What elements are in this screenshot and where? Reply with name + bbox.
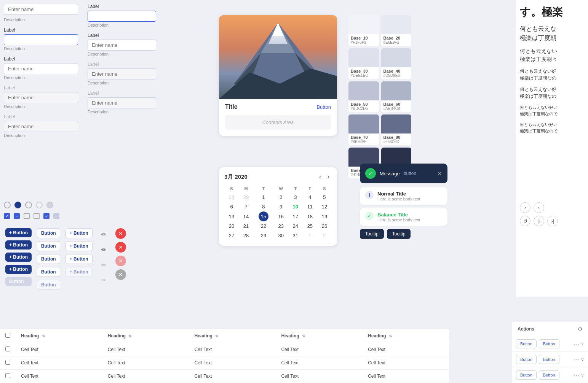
cal-day[interactable]: 8 — [253, 202, 274, 211]
chevron-icon-1[interactable]: ∨ — [581, 341, 584, 346]
table-col-heading-4[interactable]: Heading ⇅ — [276, 329, 363, 343]
dots-icon-2[interactable]: ⋯ — [573, 356, 579, 363]
table-col-heading-5[interactable]: Heading ⇅ — [363, 329, 449, 343]
cal-day[interactable]: 26 — [317, 221, 332, 231]
action-btn-3b[interactable]: Button — [539, 370, 559, 380]
cal-day[interactable]: 30 — [274, 231, 288, 240]
cal-day[interactable]: 1 — [253, 192, 274, 202]
dots-icon-1[interactable]: ⋯ — [573, 340, 579, 348]
cal-day[interactable]: 31 — [288, 231, 303, 240]
cal-day[interactable]: 16 — [274, 211, 288, 221]
action-btn-2a[interactable]: Button — [516, 355, 537, 364]
checkbox-checked-2[interactable]: ✓ — [43, 213, 50, 219]
nav-refresh-btn[interactable]: ↺ — [520, 216, 530, 226]
cal-day[interactable]: 29 — [239, 192, 253, 202]
action-btn-2b[interactable]: Button — [539, 355, 559, 364]
cal-day[interactable]: 21 — [239, 221, 253, 231]
cal-day[interactable]: 7 — [239, 202, 253, 211]
table-select-all[interactable] — [5, 333, 10, 338]
cal-day[interactable]: 28 — [224, 192, 239, 202]
radio-unselected-2[interactable] — [25, 202, 32, 208]
nav-prev-btn[interactable]: ‹ — [520, 202, 530, 213]
nav-next-btn[interactable]: › — [534, 202, 544, 213]
cal-day[interactable]: 20 — [224, 221, 239, 231]
cal-day[interactable]: 3 — [288, 192, 303, 202]
table-col-heading-2[interactable]: Heading ⇅ — [102, 329, 189, 343]
cal-day[interactable]: 17 — [288, 211, 303, 221]
outline-button-4[interactable]: Button — [37, 267, 60, 277]
cal-day[interactable]: 5 — [317, 192, 332, 202]
cal-day[interactable]: 2 — [274, 192, 288, 202]
cal-day[interactable]: 27 — [224, 231, 239, 240]
outline-button-1[interactable]: Button — [37, 228, 60, 238]
cal-day[interactable]: 9 — [274, 202, 288, 211]
close-icon-red-2[interactable]: ✕ — [115, 242, 126, 253]
notif-action-button[interactable]: button — [404, 171, 416, 176]
close-icon-gray[interactable]: ✕ — [115, 269, 126, 280]
calendar-prev-btn[interactable]: ‹ — [317, 173, 323, 181]
checkbox-unchecked-2[interactable] — [34, 213, 40, 219]
normal-input[interactable] — [4, 63, 78, 74]
add-button-3[interactable]: + Button — [66, 254, 93, 264]
cal-day[interactable]: 2 — [317, 231, 332, 240]
table-col-heading-3[interactable]: Heading ⇅ — [189, 329, 276, 343]
primary-button-2[interactable]: + Button — [5, 240, 32, 250]
close-icon-red-1[interactable]: ✕ — [115, 228, 126, 239]
cal-day[interactable]: 29 — [253, 231, 274, 240]
chevron-icon-3[interactable]: ∨ — [581, 372, 584, 378]
filter-icon[interactable]: ⚙ — [578, 326, 583, 332]
row-checkbox-3[interactable] — [5, 373, 10, 378]
tooltip-2[interactable]: Tooltip — [387, 229, 411, 239]
radio-selected[interactable] — [14, 202, 21, 208]
cal-day[interactable]: 18 — [303, 211, 317, 221]
cal-day[interactable]: 19 — [317, 211, 332, 221]
nav-start-btn[interactable]: |‹ — [534, 216, 544, 226]
primary-button-1[interactable]: + Button — [5, 228, 32, 237]
add-button-1[interactable]: + Button — [66, 228, 93, 238]
card-button[interactable]: Button — [316, 104, 331, 110]
cal-day-today[interactable]: 15 — [253, 211, 274, 221]
nav-end-btn[interactable]: ›| — [547, 216, 558, 226]
primary-button-3[interactable]: + Button — [5, 253, 32, 262]
action-btn-3a[interactable]: Button — [516, 370, 537, 380]
table-col-heading-1[interactable]: Heading ⇅ — [16, 329, 102, 343]
edit-icon-2[interactable]: ✏ — [98, 243, 110, 256]
dots-icon-3[interactable]: ⋯ — [573, 372, 579, 379]
checkbox-minus[interactable]: − — [14, 213, 20, 219]
outline-button-3[interactable]: Button — [37, 254, 60, 264]
add-button-2[interactable]: + Button — [66, 241, 93, 251]
cal-day[interactable]: 25 — [303, 221, 317, 231]
primary-button-4[interactable]: + Button — [5, 265, 32, 274]
edit-icon-1[interactable]: ✏ — [98, 228, 110, 240]
chevron-icon-2[interactable]: ∨ — [581, 357, 584, 362]
cal-day[interactable]: 14 — [239, 211, 253, 221]
action-btn-1b[interactable]: Button — [539, 339, 559, 348]
radio-unselected-3[interactable] — [36, 202, 43, 208]
cal-day[interactable]: 24 — [288, 221, 303, 231]
outline-button-2[interactable]: Button — [37, 241, 60, 251]
cal-day[interactable]: 12 — [317, 202, 332, 211]
calendar-next-btn[interactable]: › — [325, 173, 332, 181]
checkbox-checked[interactable]: ✓ — [4, 213, 10, 219]
form-input-2b[interactable] — [88, 40, 156, 51]
top-input[interactable] — [4, 4, 78, 15]
tooltip-1[interactable]: Tooltip — [360, 229, 384, 239]
cal-day[interactable]: 22 — [253, 221, 274, 231]
cal-day[interactable]: 23 — [274, 221, 288, 231]
radio-filled-light[interactable] — [46, 202, 53, 208]
cal-day[interactable]: 28 — [239, 231, 253, 240]
cal-day[interactable]: 4 — [303, 192, 317, 202]
radio-unselected-1[interactable] — [4, 202, 11, 208]
row-checkbox-2[interactable] — [5, 360, 10, 365]
cal-day[interactable]: 11 — [303, 202, 317, 211]
cal-day[interactable]: 1 — [303, 231, 317, 240]
action-btn-1a[interactable]: Button — [516, 339, 537, 348]
cal-day[interactable]: 13 — [224, 211, 239, 221]
checkbox-unchecked-1[interactable] — [24, 213, 30, 219]
form-input-2a[interactable] — [88, 11, 156, 22]
notif-close-button[interactable]: ✕ — [437, 170, 442, 177]
active-input[interactable] — [4, 34, 78, 45]
cal-day[interactable]: 6 — [224, 202, 239, 211]
cal-day-highlight[interactable]: 10 — [288, 202, 303, 211]
row-checkbox-1[interactable] — [5, 346, 10, 351]
